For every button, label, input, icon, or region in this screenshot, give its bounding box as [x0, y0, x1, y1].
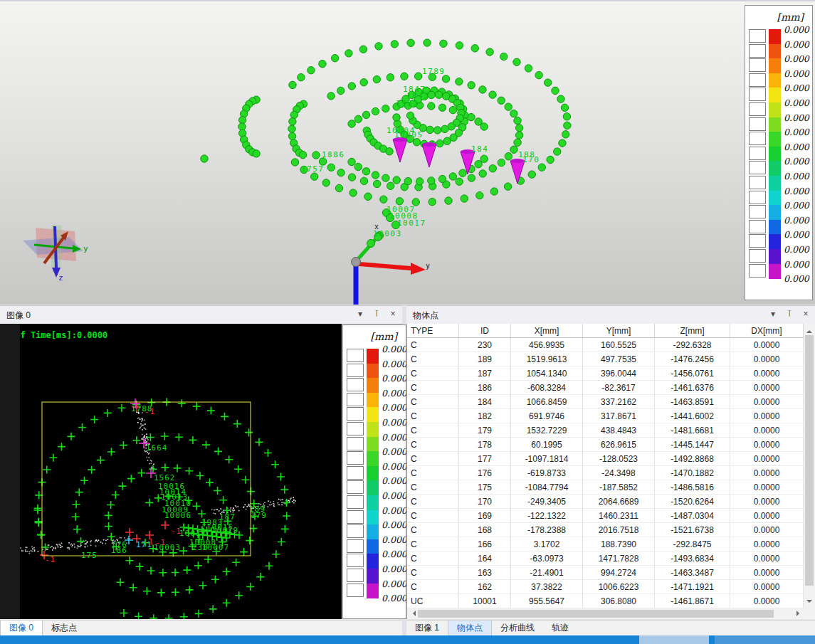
close-icon[interactable]: ×: [388, 309, 398, 319]
column-header-zmm[interactable]: Z[mm]: [655, 324, 730, 338]
column-header-ymm[interactable]: Y[mm]: [583, 324, 655, 338]
colorbar-checkbox[interactable]: [749, 73, 766, 87]
3d-scene-canvas[interactable]: yz17891847184519821000410005188617571841…: [0, 0, 815, 305]
camera-image-canvas[interactable]: 1788-11664156210016100141001310010100091…: [0, 324, 342, 619]
scroll-right-icon[interactable]: [796, 611, 802, 616]
colorbar-checkbox[interactable]: [347, 584, 364, 597]
colorbar-checkbox[interactable]: [749, 147, 766, 160]
table-row[interactable]: C164-63.09731471.7828-1493.68340.00000.0…: [407, 551, 815, 566]
tracking-cross: [186, 586, 194, 593]
colorbar-checkbox[interactable]: [347, 524, 364, 538]
table-row[interactable]: C1791532.7229438.4843-1481.66810.00000.0…: [407, 423, 815, 438]
colorbar-checkbox[interactable]: [347, 407, 364, 421]
table-row[interactable]: C186-608.3284-82.3617-1461.63760.00000.0…: [407, 381, 815, 395]
column-header-dxmm[interactable]: DX[mm]: [730, 324, 804, 338]
horizontal-scrollbar-thumb[interactable]: [418, 610, 774, 618]
colorbar-segment: [367, 569, 379, 584]
colorbar-checkbox[interactable]: [749, 29, 766, 43]
pin-icon[interactable]: ⊺: [784, 309, 794, 319]
scroll-up-icon[interactable]: [806, 327, 812, 333]
tab-物体点[interactable]: 物体点: [448, 621, 492, 635]
pin-icon[interactable]: ⊺: [372, 309, 382, 319]
table-row[interactable]: C163-21.4901994.2724-1463.34870.00000.00…: [407, 566, 815, 580]
image0-panel-header[interactable]: 图像 0 ▾ ⊺ ×: [0, 305, 402, 324]
colorbar-checkbox[interactable]: [749, 249, 766, 263]
camera-image-view[interactable]: 1788-11664156210016100141001310010100091…: [0, 324, 342, 619]
orientation-gizmo[interactable]: [23, 224, 83, 278]
marker-dot: [428, 102, 435, 110]
table-row[interactable]: C182691.9746317.8671-1441.60020.00000.00…: [407, 409, 815, 423]
tab-标志点[interactable]: 标志点: [43, 621, 85, 635]
table-cell: 168: [459, 523, 511, 537]
colorbar-checkbox[interactable]: [347, 569, 364, 582]
table-row[interactable]: C17860.1995626.9615-1445.14470.00000.000…: [407, 438, 815, 452]
colorbar-checkbox[interactable]: [749, 102, 766, 116]
colorbar-checkbox[interactable]: [347, 466, 364, 480]
colorbar-checkbox[interactable]: [347, 539, 364, 553]
colorbar-checkbox[interactable]: [347, 393, 364, 406]
right-tab-bar[interactable]: 图像 1物体点分析曲线轨迹: [406, 620, 815, 636]
table-row[interactable]: C1871054.1340396.0044-1456.07610.00000.0…: [407, 366, 815, 381]
tab-图像0[interactable]: 图像 0: [0, 621, 43, 635]
colorbar-checkbox[interactable]: [347, 510, 364, 524]
colorbar-checkbox[interactable]: [347, 349, 364, 362]
scroll-left-icon[interactable]: [410, 611, 416, 616]
marker-dot: [367, 240, 375, 248]
object-points-table[interactable]: TYPEIDX[mm]Y[mm]Z[mm]DX[mm]DY[mm]C230456…: [406, 324, 815, 619]
vertical-scrollbar[interactable]: [804, 324, 815, 608]
3d-view[interactable]: yz17891847184519821000410005188617571841…: [0, 0, 815, 305]
colorbar-checkbox[interactable]: [347, 480, 364, 494]
colorbar-checkbox[interactable]: [749, 44, 766, 58]
tab-分析曲线[interactable]: 分析曲线: [492, 621, 543, 635]
colorbar-checkbox[interactable]: [749, 264, 766, 278]
colorbar-checkbox[interactable]: [749, 220, 766, 233]
table-row[interactable]: C177-1097.1814-128.0523-1492.88680.00000…: [407, 452, 815, 466]
colorbar-checkbox[interactable]: [749, 58, 766, 72]
table-row[interactable]: C1891519.9613497.7535-1476.24560.00000.0…: [407, 352, 815, 366]
table-row[interactable]: UC10001955.5647306.8080-1461.86710.00000…: [407, 594, 815, 608]
column-header-id[interactable]: ID: [459, 324, 511, 338]
colorbar-checkbox[interactable]: [749, 88, 766, 101]
colorbar-checkbox[interactable]: [749, 176, 766, 189]
table-row[interactable]: C230456.9935160.5525-292.63280.00000.000…: [407, 338, 815, 352]
colorbar-checkbox[interactable]: [347, 451, 364, 465]
scroll-down-icon[interactable]: [806, 600, 812, 606]
marker-dot: [424, 39, 431, 46]
tracking-cross: [143, 587, 151, 595]
column-header-xmm[interactable]: X[mm]: [511, 324, 583, 338]
table-row[interactable]: C168-178.23882016.7518-1521.67380.00000.…: [407, 523, 815, 537]
colorbar-checkbox[interactable]: [749, 161, 766, 174]
colorbar-checkbox[interactable]: [749, 205, 766, 218]
table-row[interactable]: C175-1084.7794-187.5852-1486.58160.00000…: [407, 480, 815, 495]
table-row[interactable]: C16237.38221006.6223-1471.19210.00000.00…: [407, 580, 815, 594]
table-row[interactable]: C176-619.8733-24.3498-1470.18820.00000.0…: [407, 466, 815, 480]
colorbar-checkbox[interactable]: [347, 495, 364, 509]
object-points-panel-header[interactable]: 物体点 ▾ ⊺ ×: [406, 305, 815, 324]
marker-dot: [428, 198, 436, 205]
status-bar-segment: [715, 635, 815, 644]
colorbar-checkbox[interactable]: [749, 117, 766, 131]
table-row[interactable]: C1841066.8459337.2162-1463.85910.00000.0…: [407, 395, 815, 409]
colorbar-checkbox[interactable]: [347, 437, 364, 450]
colorbar-checkbox[interactable]: [347, 364, 364, 377]
column-header-type[interactable]: TYPE: [407, 324, 459, 338]
colorbar-checkbox[interactable]: [749, 234, 766, 248]
colorbar-checkbox[interactable]: [347, 554, 364, 567]
colorbar-checkbox[interactable]: [749, 132, 766, 145]
tab-图像1[interactable]: 图像 1: [406, 621, 448, 635]
close-icon[interactable]: ×: [801, 309, 811, 319]
left-tab-bar[interactable]: 图像 0标志点: [0, 620, 402, 636]
colorbar-checkbox[interactable]: [749, 191, 766, 204]
colorbar-checkbox[interactable]: [347, 378, 364, 391]
table-row[interactable]: C170-249.34052064.6689-1520.62640.00000.…: [407, 495, 815, 509]
chevron-down-icon[interactable]: ▾: [355, 309, 365, 319]
table-cell: 230: [459, 338, 511, 352]
table-row[interactable]: C1663.1702188.7390-292.84750.00000.0000: [407, 537, 815, 551]
colorbar-checkbox[interactable]: [347, 422, 364, 436]
horizontal-scrollbar[interactable]: [407, 608, 804, 619]
tab-轨迹[interactable]: 轨迹: [543, 621, 577, 635]
tracking-cross: [159, 569, 167, 576]
table-row[interactable]: C169-122.13221460.2311-1487.03040.00000.…: [407, 509, 815, 523]
vertical-scrollbar-thumb[interactable]: [805, 335, 814, 586]
chevron-down-icon[interactable]: ▾: [768, 309, 778, 319]
